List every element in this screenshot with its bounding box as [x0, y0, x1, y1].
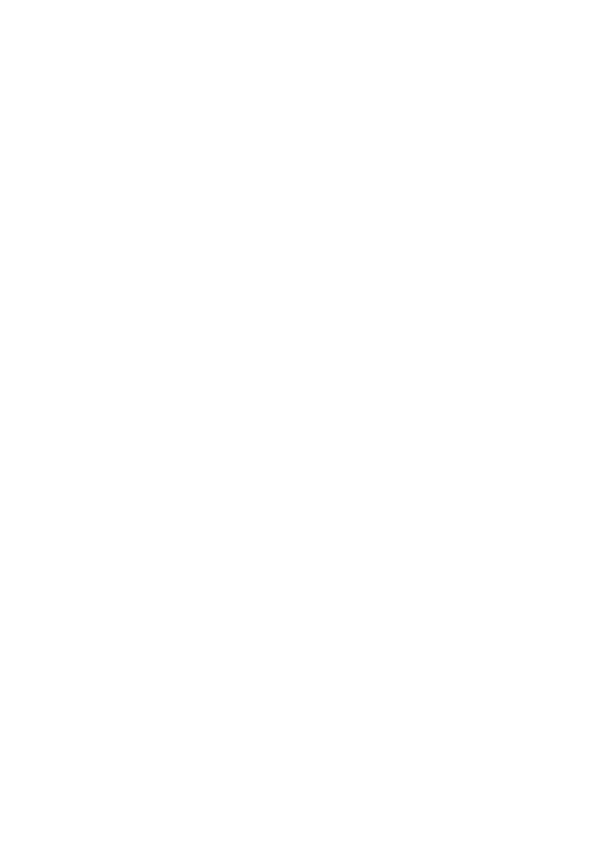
page	[0, 0, 614, 868]
chart-area	[23, 54, 591, 796]
